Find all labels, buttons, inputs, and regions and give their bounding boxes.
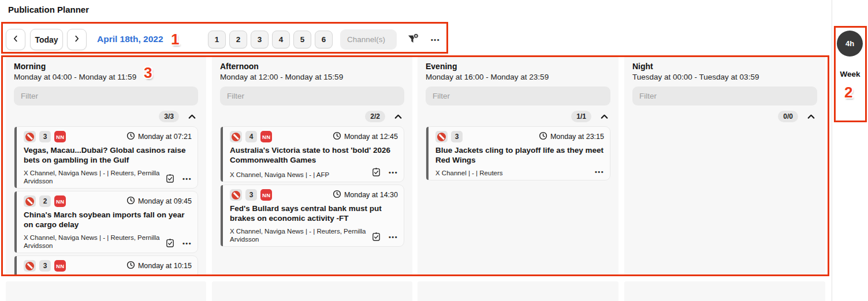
column-evening: Evening Monday at 16:00 - Monday at 23:5… — [418, 57, 619, 276]
next-period-column — [212, 281, 412, 301]
card-time: Monday at 07:21 — [138, 133, 192, 141]
column-morning: Morning Monday at 04:00 - Monday at 11:5… — [6, 57, 206, 276]
column-title: Morning — [14, 61, 198, 72]
channel-button-6[interactable]: 6 — [315, 31, 333, 48]
toolbar-more-button[interactable]: ••• — [427, 32, 444, 47]
prev-day-button[interactable] — [6, 29, 25, 50]
clock-icon — [126, 196, 135, 206]
story-card[interactable]: 3 NN Monday at 07:21 Vegas, Macau...Duba… — [14, 126, 198, 189]
duration-4h-button[interactable]: 4h — [837, 31, 863, 57]
card-title[interactable]: Vegas, Macau...Dubai? Global casinos rai… — [24, 145, 192, 165]
card-meta: X Channel, Naviga News | - | Reuters, Pe… — [230, 227, 371, 243]
blocked-icon — [24, 131, 36, 142]
today-button[interactable]: Today — [30, 29, 63, 50]
clear-filter-button[interactable] — [405, 32, 420, 47]
collapse-column-button[interactable] — [599, 112, 609, 122]
priority-badge: 2 — [39, 195, 51, 207]
channel-button-3[interactable]: 3 — [251, 31, 269, 48]
blocked-icon — [230, 189, 242, 201]
chevron-right-icon — [73, 35, 81, 44]
night-filter-input[interactable] — [632, 86, 817, 106]
annotation-number-2: 2 — [844, 84, 852, 101]
story-card[interactable]: 3 Monday at 23:15 Blue Jackets cling to … — [426, 126, 610, 180]
channel-button-1[interactable]: 1 — [208, 31, 226, 48]
afternoon-filter-input[interactable] — [220, 86, 404, 106]
publication-planner-app: Publication Planner Today April 18th, 20… — [0, 0, 868, 301]
card-more-button[interactable]: ••• — [595, 168, 604, 175]
card-time: Monday at 10:15 — [138, 262, 192, 270]
channel-button-5[interactable]: 5 — [293, 31, 311, 48]
card-meta: X Channel, Naviga News | - | Reuters, Pe… — [24, 169, 165, 185]
story-count-badge: 3/3 — [159, 111, 179, 122]
blocked-icon — [435, 131, 448, 142]
checklist-icon[interactable] — [371, 167, 381, 177]
current-date-label[interactable]: April 18th, 2022 — [97, 34, 163, 44]
column-night: Night Tuesday at 00:00 - Tuesday at 03:5… — [624, 57, 825, 276]
card-status-bar — [221, 127, 223, 182]
channels-input[interactable] — [340, 29, 397, 50]
next-period-column — [6, 281, 206, 301]
column-time-range: Monday at 16:00 - Monday at 23:59 — [426, 72, 610, 82]
next-period-column — [418, 281, 619, 301]
card-more-button[interactable]: ••• — [389, 234, 398, 240]
clock-icon — [539, 131, 547, 142]
annotation-number-1: 1 — [171, 31, 179, 48]
clock-icon — [126, 131, 135, 142]
story-card[interactable]: 3 NN Monday at 10:15 Devils deliver a fo… — [14, 255, 198, 276]
column-title: Evening — [426, 61, 610, 72]
card-more-button[interactable]: ••• — [389, 169, 398, 176]
card-status-bar — [14, 127, 17, 188]
evening-filter-input[interactable] — [426, 86, 610, 106]
priority-badge: 3 — [451, 131, 463, 142]
card-more-button[interactable]: ••• — [182, 240, 192, 247]
tag-badge: NN — [54, 260, 66, 272]
chevron-left-icon — [12, 35, 20, 44]
column-time-range: Tuesday at 00:00 - Tuesday at 03:59 — [632, 72, 817, 82]
card-meta: X Channel, Naviga News | - | Reuters, Pe… — [24, 234, 165, 250]
filter-off-icon — [406, 32, 420, 48]
card-title[interactable]: Fed's Bullard says central bank must put… — [230, 204, 398, 223]
column-title: Night — [632, 61, 817, 72]
channel-button-2[interactable]: 2 — [229, 31, 247, 48]
card-meta: X Channel, Naviga News | - | AFP — [230, 171, 329, 179]
story-card[interactable]: 4 NN Monday at 12:45 Australia's Victori… — [220, 126, 404, 182]
priority-badge: 4 — [245, 131, 257, 142]
card-title[interactable]: Devils deliver a fourth straight loss to… — [24, 274, 192, 276]
priority-badge: 3 — [245, 189, 257, 201]
column-time-range: Monday at 12:00 - Monday at 15:59 — [220, 72, 404, 82]
card-title[interactable]: Australia's Victoria state to host 'bold… — [230, 145, 398, 165]
blocked-icon — [24, 195, 36, 207]
story-count-badge: 0/0 — [778, 111, 798, 122]
card-status-bar — [14, 256, 17, 276]
checklist-icon[interactable] — [371, 232, 381, 242]
column-time-range: Monday at 04:00 - Monday at 11:59 — [14, 72, 198, 82]
card-more-button[interactable]: ••• — [182, 175, 192, 182]
blocked-icon — [230, 131, 242, 142]
tag-badge: NN — [260, 189, 272, 201]
priority-badge: 3 — [39, 131, 51, 142]
channel-button-4[interactable]: 4 — [272, 31, 290, 48]
card-time: Monday at 12:45 — [344, 133, 398, 141]
card-time: Monday at 09:45 — [138, 197, 192, 205]
collapse-column-button[interactable] — [393, 112, 403, 122]
card-title[interactable]: China's March soybean imports fall on ye… — [24, 210, 192, 229]
collapse-column-button[interactable] — [806, 112, 816, 122]
card-time: Monday at 23:15 — [550, 133, 604, 141]
checklist-icon[interactable] — [165, 238, 175, 248]
story-card[interactable]: 3 NN Monday at 14:30 Fed's Bullard says … — [220, 185, 404, 247]
priority-badge: 3 — [39, 260, 51, 272]
story-card[interactable]: 2 NN Monday at 09:45 China's March soybe… — [14, 191, 198, 253]
right-rail-divider — [832, 0, 832, 301]
next-period-column — [624, 281, 825, 301]
card-status-bar — [426, 127, 429, 180]
collapse-column-button[interactable] — [187, 112, 197, 122]
column-afternoon: Afternoon Monday at 12:00 - Monday at 15… — [212, 57, 412, 276]
card-status-bar — [221, 185, 223, 246]
page-title: Publication Planner — [8, 5, 89, 14]
checklist-icon[interactable] — [165, 174, 175, 183]
next-day-button[interactable] — [67, 29, 87, 50]
week-view-button[interactable]: Week — [832, 70, 868, 78]
morning-filter-input[interactable] — [14, 86, 198, 106]
card-time: Monday at 14:30 — [344, 191, 398, 199]
card-title[interactable]: Blue Jackets cling to playoff life as th… — [435, 145, 604, 165]
